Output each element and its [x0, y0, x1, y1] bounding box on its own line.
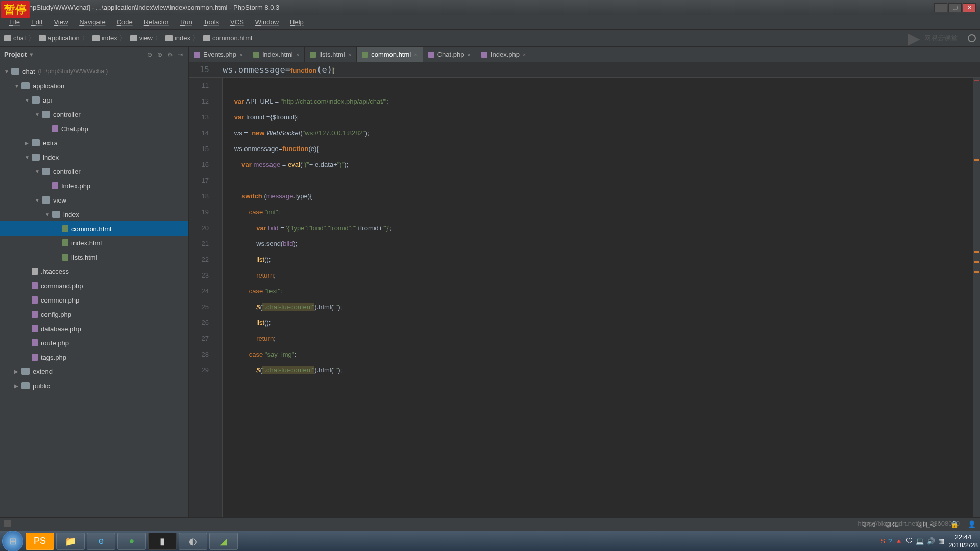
expand-arrow-icon[interactable]: ▼	[35, 169, 42, 174]
expand-arrow-icon[interactable]	[24, 283, 32, 289]
start-button[interactable]: ⊞	[2, 531, 23, 552]
tree-folder[interactable]: ▼chat(E:\phpStudy\WWW\chat)	[0, 64, 188, 79]
taskbar-app-obs[interactable]: ◐	[179, 533, 207, 550]
tray-help-icon[interactable]: ?	[888, 537, 892, 545]
expand-arrow-icon[interactable]	[45, 126, 52, 132]
tree-folder[interactable]: ▼index	[0, 207, 188, 221]
code-line[interactable]: var fromid ={$fromid};	[229, 109, 980, 125]
expand-arrow-icon[interactable]	[24, 312, 32, 317]
code-line[interactable]: ws.onmessage=function(e){	[229, 141, 980, 157]
tree-folder[interactable]: ▼view	[0, 193, 188, 207]
breadcrumb-item[interactable]: chat〉	[4, 34, 35, 43]
expand-arrow-icon[interactable]	[24, 269, 32, 274]
close-tab-icon[interactable]: ×	[467, 52, 470, 58]
tree-folder[interactable]: ▶public	[0, 379, 188, 393]
code-line[interactable]: list();	[229, 315, 980, 331]
menu-tools[interactable]: Tools	[199, 16, 224, 28]
code-editor[interactable]: 11121314151617181920212223242526272829 v…	[189, 78, 980, 517]
tree-file[interactable]: common.php	[0, 293, 188, 307]
menu-code[interactable]: Code	[112, 16, 138, 28]
code-line[interactable]: case "text":	[229, 283, 980, 299]
tree-file[interactable]: route.php	[0, 336, 188, 350]
tree-file[interactable]: Chat.php	[0, 121, 188, 136]
code-line[interactable]: return;	[229, 331, 980, 346]
tray-volume-icon[interactable]: 🔊	[927, 537, 935, 545]
code-line[interactable]	[229, 78, 980, 93]
breadcrumb-item[interactable]: view〉	[130, 34, 161, 43]
taskbar-app-green2[interactable]: ◢	[209, 533, 238, 550]
expand-arrow-icon[interactable]: ▶	[24, 140, 32, 146]
tree-folder[interactable]: ▼controller	[0, 164, 188, 179]
tree-folder[interactable]: ▶extend	[0, 364, 188, 379]
maximize-button[interactable]: ▢	[948, 3, 962, 12]
inspector-icon[interactable]: 👤	[968, 520, 976, 528]
code-line[interactable]: var message = eval("("+ e.data+")");	[229, 157, 980, 172]
system-tray[interactable]: S ? 🔺 🛡 💻 🔊 ▦	[880, 537, 944, 545]
tray-network-icon[interactable]: 💻	[916, 537, 924, 545]
breadcrumb-item[interactable]: index〉	[92, 34, 126, 43]
menu-vcs[interactable]: VCS	[225, 16, 249, 28]
hide-icon[interactable]: ⇥	[176, 51, 184, 59]
expand-arrow-icon[interactable]: ▼	[35, 197, 42, 203]
expand-arrow-icon[interactable]	[24, 355, 32, 360]
taskbar-clock[interactable]: 22:44 2018/2/28	[948, 533, 978, 549]
code-line[interactable]	[229, 172, 980, 188]
tray-icon[interactable]: ▦	[938, 537, 944, 545]
menu-navigate[interactable]: Navigate	[74, 16, 110, 28]
tree-folder[interactable]: ▼index	[0, 150, 188, 164]
breadcrumb-item[interactable]: index〉	[165, 34, 199, 43]
expand-arrow-icon[interactable]: ▼	[35, 112, 42, 117]
tray-icon[interactable]: S	[880, 537, 885, 545]
tree-folder[interactable]: ▼application	[0, 79, 188, 93]
tray-icon[interactable]: 🛡	[906, 537, 913, 545]
code-line[interactable]: return;	[229, 267, 980, 283]
collapse-icon[interactable]: ⊖	[145, 51, 154, 59]
editor-tab[interactable]: lists.html×	[305, 47, 357, 62]
code-line[interactable]: $(".chat-fui-content").html("");	[229, 299, 980, 315]
expand-arrow-icon[interactable]: ▶	[14, 369, 21, 374]
tree-file[interactable]: database.php	[0, 321, 188, 336]
expand-arrow-icon[interactable]: ▶	[14, 383, 21, 389]
tree-folder[interactable]: ▼api	[0, 93, 188, 107]
tree-file[interactable]: config.php	[0, 307, 188, 321]
target-icon[interactable]: ⊕	[156, 51, 164, 59]
taskbar-app-terminal[interactable]: ▮	[148, 533, 177, 550]
editor-tab[interactable]: index.html×	[248, 47, 305, 62]
expand-arrow-icon[interactable]	[55, 226, 62, 232]
taskbar-app-green[interactable]: ●	[117, 533, 146, 550]
breadcrumb-item[interactable]: application〉	[39, 34, 88, 43]
code-line[interactable]: var API_URL = "http://chat.com/index.php…	[229, 93, 980, 109]
close-button[interactable]: ✕	[963, 3, 976, 12]
close-tab-icon[interactable]: ×	[239, 52, 242, 58]
tray-icon[interactable]: 🔺	[895, 537, 903, 545]
dropdown-icon[interactable]: ▾	[30, 51, 33, 58]
tree-file[interactable]: lists.html	[0, 250, 188, 264]
breadcrumb-item[interactable]: common.html	[203, 34, 252, 42]
minimize-button[interactable]: ─	[934, 3, 947, 12]
expand-arrow-icon[interactable]	[55, 240, 62, 246]
code-line[interactable]: switch (message.type){	[229, 188, 980, 204]
close-tab-icon[interactable]: ×	[523, 52, 526, 58]
tree-file[interactable]: .htaccess	[0, 264, 188, 279]
tree-file[interactable]: index.html	[0, 236, 188, 250]
close-tab-icon[interactable]: ×	[296, 52, 299, 58]
tree-file[interactable]: command.php	[0, 279, 188, 293]
tree-folder[interactable]: ▼controller	[0, 107, 188, 121]
code-line[interactable]: var bild = '{"type":"bind","fromid":"'+f…	[229, 220, 980, 236]
taskbar-app-ie[interactable]: e	[87, 533, 115, 550]
close-tab-icon[interactable]: ×	[414, 52, 417, 58]
taskbar-app-explorer[interactable]: 📁	[56, 533, 85, 550]
expand-arrow-icon[interactable]	[24, 326, 32, 332]
code-line[interactable]: case "init":	[229, 204, 980, 220]
expand-arrow-icon[interactable]: ▼	[24, 155, 32, 160]
code-line[interactable]: ws.send(bild);	[229, 236, 980, 252]
tree-file[interactable]: Index.php	[0, 179, 188, 193]
code-line[interactable]: ws = new WebSocket("ws://127.0.0.1:8282"…	[229, 125, 980, 141]
gear-icon[interactable]: ⚙	[166, 51, 174, 59]
code-line[interactable]: case "say_img":	[229, 346, 980, 362]
editor-tab[interactable]: Index.php×	[476, 47, 532, 62]
expand-arrow-icon[interactable]: ▼	[14, 83, 21, 89]
expand-arrow-icon[interactable]	[55, 255, 62, 260]
expand-arrow-icon[interactable]: ▼	[45, 212, 52, 217]
expand-arrow-icon[interactable]: ▼	[4, 69, 11, 74]
